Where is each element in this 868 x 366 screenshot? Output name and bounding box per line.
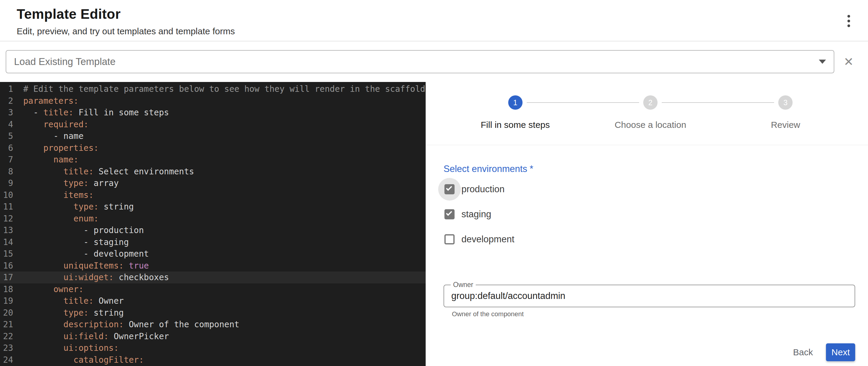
code-line-text: title: Owner	[13, 295, 124, 307]
code-line-text: type: string	[13, 201, 134, 213]
checkbox-ripple	[438, 203, 461, 225]
kebab-dot	[847, 15, 850, 18]
code-line[interactable]: 24 catalogFilter:	[0, 354, 426, 366]
code-line-text: - name	[13, 130, 84, 142]
code-line[interactable]: 13 - production	[0, 224, 426, 236]
code-line[interactable]: 12 enum:	[0, 213, 426, 225]
code-line[interactable]: 5 - name	[0, 130, 426, 142]
checkbox-label: staging	[461, 209, 491, 220]
owner-field[interactable]: Owner	[443, 285, 855, 307]
owner-input[interactable]	[444, 285, 855, 307]
line-number: 17	[0, 272, 13, 283]
code-line[interactable]: 1# Edit the template parameters below to…	[0, 83, 426, 95]
code-line[interactable]: 16 uniqueItems: true	[0, 260, 426, 272]
checkbox-row-development[interactable]: development	[443, 227, 855, 252]
line-number: 16	[0, 260, 13, 272]
select-environments-label-text: Select environments	[443, 164, 527, 174]
checkmark-icon	[446, 185, 452, 191]
step-circle-icon: 3	[778, 95, 793, 110]
line-number: 20	[0, 307, 13, 319]
checkbox-checked-icon[interactable]	[444, 184, 455, 194]
line-number: 8	[0, 166, 13, 178]
checkbox-group: productionstagingdevelopment	[443, 177, 855, 252]
code-line[interactable]: 18 owner:	[0, 283, 426, 295]
code-line[interactable]: 2parameters:	[0, 95, 426, 107]
step-circle-icon: 1	[508, 95, 523, 110]
line-number: 3	[0, 107, 13, 119]
owner-helper-text: Owner of the component	[452, 310, 855, 318]
code-line[interactable]: 9 type: array	[0, 177, 426, 189]
checkbox-row-production[interactable]: production	[443, 177, 855, 202]
owner-field-label: Owner	[451, 281, 476, 289]
checkbox-checked-icon[interactable]	[444, 209, 455, 219]
kebab-menu-icon[interactable]	[840, 11, 857, 30]
code-line-text: items:	[13, 189, 94, 201]
code-line-text: required:	[13, 119, 89, 130]
code-line[interactable]: 4 required:	[0, 119, 426, 130]
code-line[interactable]: 7 name:	[0, 154, 426, 166]
checkbox-label: production	[461, 184, 505, 194]
page-subtitle: Edit, preview, and try out templates and…	[17, 26, 832, 36]
code-line-text: parameters:	[13, 95, 79, 107]
step-circle-icon: 2	[643, 95, 657, 110]
page-title: Template Editor	[17, 6, 832, 22]
line-number: 21	[0, 318, 13, 331]
code-line[interactable]: 22 ui:field: OwnerPicker	[0, 331, 426, 342]
back-button[interactable]: Back	[787, 343, 819, 361]
load-existing-template-select-value: Load Existing Template	[14, 56, 116, 67]
stepper: 1Fill in some steps2Choose a location3Re…	[426, 82, 868, 145]
kebab-dot	[847, 20, 850, 22]
line-number: 23	[0, 342, 13, 354]
load-existing-template-select[interactable]: Load Existing Template	[6, 50, 834, 73]
code-line[interactable]: 8 title: Select environments	[0, 166, 426, 178]
line-number: 6	[0, 142, 13, 154]
code-line[interactable]: 6 properties:	[0, 142, 426, 154]
line-number: 1	[0, 83, 13, 95]
line-number: 14	[0, 236, 13, 248]
code-line-text: - development	[13, 248, 149, 260]
footer-actions: Back Next	[443, 343, 855, 366]
code-line-text: - title: Fill in some steps	[13, 107, 169, 119]
template-editor-app: Template Editor Edit, preview, and try o…	[0, 0, 868, 366]
step-label: Review	[771, 120, 800, 130]
code-line-text: ui:options:	[13, 342, 119, 354]
checkbox-unchecked-icon[interactable]	[444, 234, 455, 244]
yaml-code-editor[interactable]: 1# Edit the template parameters below to…	[0, 82, 426, 366]
code-line[interactable]: 21 description: Owner of the component	[0, 318, 426, 331]
code-line[interactable]: 3 - title: Fill in some steps	[0, 107, 426, 119]
line-number: 12	[0, 213, 13, 225]
code-line-text: properties:	[13, 142, 99, 154]
checkbox-ripple	[438, 228, 461, 251]
code-line[interactable]: 17 ui:widget: checkboxes	[0, 272, 426, 283]
required-asterisk: *	[530, 164, 533, 174]
checkbox-row-staging[interactable]: staging	[443, 202, 855, 227]
code-line-text: enum:	[13, 213, 99, 225]
next-button[interactable]: Next	[826, 343, 855, 361]
step-label: Fill in some steps	[481, 120, 550, 130]
code-line-text: ui:widget: checkboxes	[13, 272, 169, 283]
line-number: 10	[0, 189, 13, 201]
code-line-text: ui:field: OwnerPicker	[13, 331, 169, 342]
code-line-text: catalogFilter:	[13, 354, 144, 366]
stepper-step[interactable]: 3Review	[718, 95, 853, 145]
code-line[interactable]: 15 - development	[0, 248, 426, 260]
code-line[interactable]: 20 type: string	[0, 307, 426, 319]
close-icon[interactable]: ✕	[837, 50, 861, 73]
code-line-text: title: Select environments	[13, 166, 194, 178]
code-line[interactable]: 14 - staging	[0, 236, 426, 248]
form-content: Select environments* productionstagingde…	[426, 145, 868, 366]
kebab-dot	[847, 25, 850, 27]
code-line-text: description: Owner of the component	[13, 318, 239, 331]
dropdown-arrow-icon[interactable]	[819, 60, 826, 64]
code-line-text: owner:	[13, 283, 84, 295]
code-line[interactable]: 19 title: Owner	[0, 295, 426, 307]
line-number: 4	[0, 119, 13, 130]
code-line[interactable]: 10 items:	[0, 189, 426, 201]
code-line-text: type: string	[13, 307, 124, 319]
checkbox-label: development	[461, 234, 515, 245]
code-line[interactable]: 11 type: string	[0, 201, 426, 213]
main-split: 1# Edit the template parameters below to…	[0, 82, 868, 366]
code-line[interactable]: 23 ui:options:	[0, 342, 426, 354]
line-number: 7	[0, 154, 13, 166]
line-number: 11	[0, 201, 13, 213]
